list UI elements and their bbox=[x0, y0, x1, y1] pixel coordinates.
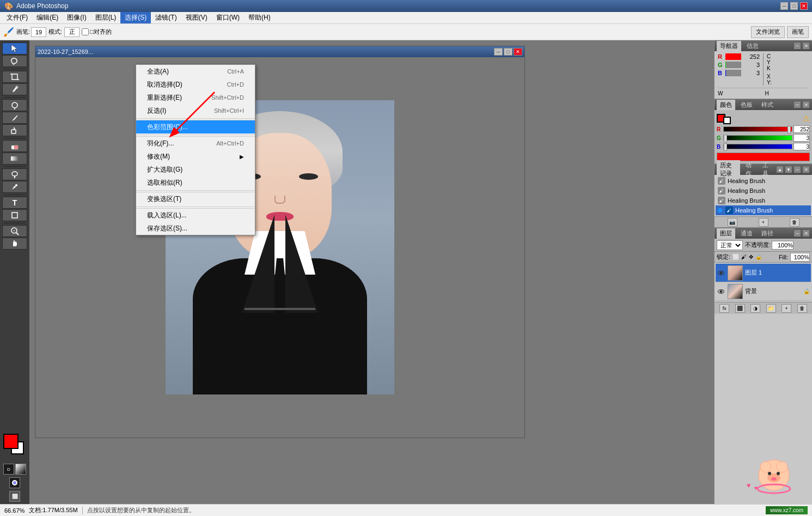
menu-view[interactable]: 视图(V) bbox=[181, 12, 212, 23]
doc-close-button[interactable]: ✕ bbox=[514, 48, 522, 56]
tools-tab[interactable]: 工具 bbox=[759, 160, 774, 179]
swatches-tab[interactable]: 色板 bbox=[737, 100, 756, 110]
color-tab[interactable]: 颜色 bbox=[717, 100, 735, 110]
pen-tool[interactable] bbox=[2, 181, 27, 193]
layer-item-1[interactable]: 背景 🔒 bbox=[716, 282, 811, 301]
crop-tool[interactable] bbox=[2, 71, 27, 83]
menu-window[interactable]: 窗口(W) bbox=[212, 12, 244, 23]
panel-scroll-down[interactable]: ▼ bbox=[785, 166, 792, 173]
history-tab[interactable]: 历史记录 bbox=[717, 160, 740, 179]
menu-layer[interactable]: 图层(L) bbox=[91, 12, 121, 23]
fill-input[interactable] bbox=[790, 253, 810, 262]
g-slider-track[interactable] bbox=[723, 135, 792, 141]
r-slider-value[interactable] bbox=[793, 125, 810, 133]
swap-colors-button[interactable] bbox=[15, 464, 26, 475]
bg-color-preview[interactable] bbox=[723, 117, 731, 124]
menu-item-load-selection[interactable]: 载入选区(L)... bbox=[136, 209, 255, 222]
menu-image[interactable]: 图像(I) bbox=[63, 12, 90, 23]
panel-minimize-layers[interactable]: ─ bbox=[793, 229, 801, 237]
panel-minimize-history[interactable]: ─ bbox=[793, 166, 801, 173]
menu-help[interactable]: 帮助(H) bbox=[244, 12, 275, 23]
lock-move-button[interactable]: ✥ bbox=[749, 254, 753, 260]
g-slider-thumb[interactable] bbox=[724, 135, 727, 142]
zoom-tool[interactable]: + bbox=[2, 225, 27, 237]
menu-item-modify[interactable]: 修改(M) ▶ bbox=[136, 150, 255, 163]
info-tab[interactable]: 信息 bbox=[743, 41, 762, 51]
layer-mask-button[interactable]: ⬛ bbox=[735, 304, 745, 313]
brush-size-input[interactable] bbox=[31, 27, 46, 37]
panel-close-color[interactable]: ✕ bbox=[802, 101, 810, 108]
type-tool[interactable]: T bbox=[2, 197, 27, 209]
opacity-input[interactable] bbox=[772, 241, 793, 250]
menu-edit[interactable]: 编辑(E) bbox=[32, 12, 63, 23]
minimize-button[interactable]: ─ bbox=[780, 2, 788, 10]
styles-tab[interactable]: 样式 bbox=[758, 100, 777, 110]
history-item-3[interactable]: 🖌 Healing Brush bbox=[716, 205, 811, 215]
maximize-button[interactable]: □ bbox=[790, 2, 798, 10]
menu-item-feather[interactable]: 羽化(F)... Alt+Ctrl+D bbox=[136, 137, 255, 150]
channels-tab[interactable]: 通道 bbox=[737, 228, 756, 239]
delete-history-button[interactable]: 🗑 bbox=[790, 218, 799, 227]
mode-input[interactable] bbox=[64, 27, 80, 37]
blending-mode-select[interactable]: 正常 bbox=[717, 240, 743, 250]
lasso-tool[interactable] bbox=[2, 55, 27, 67]
align-checkbox[interactable] bbox=[82, 28, 89, 35]
menu-item-grow[interactable]: 扩大选取(G) bbox=[136, 163, 255, 176]
clone-stamp-tool[interactable] bbox=[2, 124, 27, 136]
file-browse-button[interactable]: 文件浏览 bbox=[751, 26, 785, 38]
menu-select[interactable]: 选择(S) bbox=[120, 12, 151, 23]
menu-item-similar[interactable]: 选取相似(R) bbox=[136, 176, 255, 189]
delete-layer-button[interactable]: 🗑 bbox=[797, 304, 807, 313]
menu-item-color-range[interactable]: 色彩范围(C)... bbox=[136, 120, 255, 133]
panel-close-layers[interactable]: ✕ bbox=[802, 229, 810, 237]
b-slider-thumb[interactable] bbox=[724, 143, 727, 151]
menu-item-reselect[interactable]: 重新选择(E) Shift+Ctrl+D bbox=[136, 91, 255, 104]
doc-maximize-button[interactable]: □ bbox=[504, 48, 512, 56]
g-slider-value[interactable] bbox=[793, 134, 810, 142]
panel-scroll-up[interactable]: ▲ bbox=[776, 166, 784, 173]
new-snapshot-button[interactable]: 📷 bbox=[728, 218, 737, 227]
menu-item-select-all[interactable]: 全选(A) Ctrl+A bbox=[136, 65, 255, 78]
lock-all-button[interactable]: 🔒 bbox=[755, 254, 762, 260]
b-slider-track[interactable] bbox=[723, 144, 792, 149]
menu-file[interactable]: 文件(F) bbox=[2, 12, 32, 23]
history-item-1[interactable]: 🖌 Healing Brush bbox=[716, 186, 811, 196]
menu-item-inverse[interactable]: 反选(I) Shift+Ctrl+I bbox=[136, 104, 255, 117]
new-group-button[interactable]: 📁 bbox=[766, 304, 776, 313]
screen-mode-button[interactable]: ⬜ bbox=[9, 491, 20, 502]
panel-minimize-color[interactable]: ─ bbox=[793, 101, 801, 108]
doc-minimize-button[interactable]: ─ bbox=[494, 48, 503, 56]
action-tab[interactable]: 动作 bbox=[742, 160, 757, 179]
b-slider-value[interactable] bbox=[793, 143, 810, 150]
panel-close-history[interactable]: ✕ bbox=[802, 166, 810, 173]
eyedropper-tool[interactable] bbox=[2, 83, 27, 95]
menu-filter[interactable]: 滤镜(T) bbox=[151, 12, 181, 23]
default-colors-button[interactable]: D bbox=[3, 464, 14, 475]
menu-item-deselect[interactable]: 取消选择(D) Ctrl+D bbox=[136, 78, 255, 91]
brush-tool[interactable] bbox=[2, 112, 27, 124]
menu-item-save-selection[interactable]: 保存选区(S)... bbox=[136, 222, 255, 235]
quick-mask-button[interactable] bbox=[9, 477, 20, 488]
panel-minimize-nav[interactable]: ─ bbox=[793, 42, 801, 50]
drawing-button[interactable]: 画笔 bbox=[787, 26, 809, 38]
layer-style-button[interactable]: fx bbox=[719, 304, 729, 313]
dodge-tool[interactable] bbox=[2, 168, 27, 180]
history-item-0[interactable]: 🖌 Healing Brush bbox=[716, 176, 811, 186]
lock-transparency-button[interactable]: ⬜ bbox=[732, 254, 739, 260]
eraser-tool[interactable] bbox=[2, 140, 27, 152]
selection-tool[interactable] bbox=[2, 43, 27, 54]
shape-tool[interactable] bbox=[2, 209, 27, 221]
healing-brush-tool[interactable] bbox=[2, 99, 27, 111]
foreground-color-swatch[interactable] bbox=[3, 434, 19, 449]
create-document-button[interactable]: + bbox=[759, 218, 768, 227]
layer-visibility-1[interactable] bbox=[717, 287, 725, 296]
gradient-tool[interactable] bbox=[2, 153, 27, 165]
paths-tab[interactable]: 路径 bbox=[758, 228, 777, 239]
r-slider-thumb[interactable] bbox=[787, 126, 791, 133]
new-layer-button[interactable]: + bbox=[782, 304, 791, 313]
r-slider-track[interactable] bbox=[723, 126, 792, 132]
new-adjustment-layer-button[interactable]: ◑ bbox=[750, 304, 760, 313]
close-button[interactable]: ✕ bbox=[800, 2, 808, 10]
lock-paint-button[interactable]: 🖌 bbox=[741, 254, 747, 260]
menu-item-transform-selection[interactable]: 变换选区(T) bbox=[136, 192, 255, 205]
